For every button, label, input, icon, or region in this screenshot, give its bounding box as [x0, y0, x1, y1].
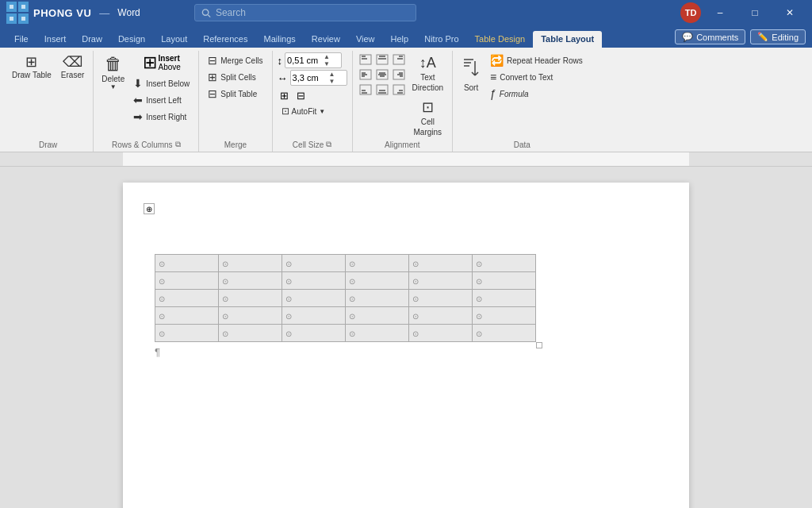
tab-review[interactable]: Review — [304, 31, 348, 48]
delete-button[interactable]: 🗑 Delete ▼ — [98, 52, 128, 92]
table-row: ⊙ ⊙ ⊙ ⊙ ⊙ ⊙ — [155, 325, 536, 342]
insert-right-button[interactable]: ➡ Insert Right — [129, 109, 193, 125]
col-width-input[interactable]: ▲ ▼ — [290, 70, 347, 86]
avatar[interactable]: TD — [680, 2, 701, 23]
row-height-up[interactable]: ▲ — [322, 53, 331, 60]
align-top-left-button[interactable] — [358, 52, 373, 67]
col-width-field[interactable] — [293, 73, 327, 83]
formula-button[interactable]: ƒ Formula — [486, 86, 587, 102]
table-cell[interactable]: ⊙ — [282, 290, 346, 307]
distribute-cols-button[interactable]: ⊟ — [294, 89, 308, 102]
text-direction-button[interactable]: ↕A Text Direction — [408, 52, 447, 94]
svg-rect-6 — [10, 17, 13, 21]
search-box[interactable] — [194, 4, 416, 21]
row-height-field[interactable] — [287, 56, 322, 65]
formula-icon: ƒ — [490, 87, 496, 100]
tab-layout[interactable]: Layout — [153, 31, 195, 48]
table-cell[interactable]: ⊙ — [473, 325, 536, 342]
table-cell[interactable]: ⊙ — [282, 272, 346, 290]
table-cell[interactable]: ⊙ — [409, 325, 473, 342]
comments-button[interactable]: 💬 Comments — [675, 29, 745, 44]
align-middle-left-button[interactable] — [358, 67, 373, 82]
tab-draw[interactable]: Draw — [74, 31, 110, 48]
tab-insert[interactable]: Insert — [36, 31, 75, 48]
tab-mailings[interactable]: Mailings — [255, 31, 303, 48]
maximize-button[interactable]: □ — [739, 0, 771, 25]
table-cell[interactable]: ⊙ — [473, 255, 536, 272]
align-top-center-button[interactable] — [374, 52, 390, 67]
align-middle-right-button[interactable] — [391, 67, 407, 82]
split-table-button[interactable]: ⊟ Split Table — [204, 86, 266, 102]
alignment-grid — [358, 52, 407, 97]
table-cell[interactable]: ⊙ — [346, 307, 409, 325]
cell-margins-button[interactable]: ⊡ Cell Margins — [408, 96, 447, 139]
rows-cols-expand-icon[interactable]: ⧉ — [175, 140, 181, 149]
align-bottom-left-button[interactable] — [358, 83, 373, 97]
table-cell[interactable]: ⊙ — [473, 272, 536, 290]
tab-file[interactable]: File — [6, 31, 36, 48]
table-cell[interactable]: ⊙ — [219, 325, 282, 342]
split-cells-button[interactable]: ⊞ Split Cells — [204, 69, 266, 85]
table-resize-handle[interactable] — [536, 342, 542, 348]
table-cell[interactable]: ⊙ — [282, 307, 346, 325]
table-cell[interactable]: ⊙ — [219, 290, 282, 307]
merge-cells-button[interactable]: ⊟ Merge Cells — [204, 52, 266, 68]
table-cell[interactable]: ⊙ — [155, 290, 219, 307]
autofit-button[interactable]: ⊡ AutoFit ▼ — [278, 104, 347, 118]
repeat-header-rows-button[interactable]: 🔁 Repeat Header Rows — [486, 52, 587, 68]
close-button[interactable]: ✕ — [774, 0, 806, 25]
table-cell[interactable]: ⊙ — [219, 272, 282, 290]
table-cell[interactable]: ⊙ — [346, 325, 409, 342]
editing-button[interactable]: ✏️ Editing — [750, 29, 806, 44]
autofit-dropdown-icon: ▼ — [319, 108, 325, 115]
table-cell[interactable]: ⊙ — [346, 290, 409, 307]
tab-table-design[interactable]: Table Design — [467, 31, 534, 48]
table-cell[interactable]: ⊙ — [219, 255, 282, 272]
col-width-up[interactable]: ▲ — [327, 71, 337, 78]
tab-help[interactable]: Help — [383, 31, 417, 48]
tab-design[interactable]: Design — [110, 31, 153, 48]
table-cell[interactable]: ⊙ — [219, 307, 282, 325]
align-bottom-center-icon — [376, 84, 389, 95]
table-cell[interactable]: ⊙ — [346, 255, 409, 272]
sort-button[interactable]: Sort — [458, 52, 485, 94]
row-height-down[interactable]: ▼ — [322, 60, 331, 67]
table-cell[interactable]: ⊙ — [282, 255, 346, 272]
tab-nitro-pro[interactable]: Nitro Pro — [416, 31, 466, 48]
align-middle-left-icon — [359, 69, 372, 80]
table-cell[interactable]: ⊙ — [473, 307, 536, 325]
table-row: ⊙ ⊙ ⊙ ⊙ ⊙ ⊙ — [155, 307, 536, 325]
insert-below-button[interactable]: ⬇ Insert Below — [129, 75, 193, 91]
draw-table-button[interactable]: ⊞ Draw Table — [8, 52, 56, 83]
table-cell[interactable]: ⊙ — [155, 272, 219, 290]
minimize-button[interactable]: – — [704, 0, 736, 25]
table-cell[interactable]: ⊙ — [409, 307, 473, 325]
table-cell[interactable]: ⊙ — [346, 272, 409, 290]
convert-to-text-button[interactable]: ≡ Convert to Text — [486, 69, 587, 85]
cell-size-expand-icon[interactable]: ⧉ — [326, 140, 331, 149]
table-cell[interactable]: ⊙ — [282, 325, 346, 342]
table-cell[interactable]: ⊙ — [409, 255, 473, 272]
align-bottom-right-icon — [393, 84, 405, 95]
table-cell[interactable]: ⊙ — [409, 290, 473, 307]
tab-view[interactable]: View — [348, 31, 383, 48]
align-middle-center-button[interactable] — [374, 67, 390, 82]
table-cell[interactable]: ⊙ — [409, 272, 473, 290]
table-cell[interactable]: ⊙ — [155, 255, 219, 272]
align-bottom-right-button[interactable] — [391, 83, 407, 97]
table-cell[interactable]: ⊙ — [473, 290, 536, 307]
col-width-down[interactable]: ▼ — [327, 78, 337, 85]
tab-references[interactable]: References — [195, 31, 255, 48]
tab-table-layout[interactable]: Table Layout — [533, 31, 602, 48]
sort-icon — [462, 55, 481, 82]
table-cell[interactable]: ⊙ — [155, 307, 219, 325]
align-top-right-button[interactable] — [391, 52, 407, 67]
align-bottom-center-button[interactable] — [374, 83, 390, 97]
search-input[interactable] — [216, 7, 409, 18]
table-move-handle[interactable]: ⊕ — [144, 203, 155, 214]
insert-left-button[interactable]: ⬅ Insert Left — [129, 92, 193, 108]
row-height-input[interactable]: ▲ ▼ — [285, 52, 342, 68]
table-cell[interactable]: ⊙ — [155, 325, 219, 342]
eraser-button[interactable]: ⌫ Eraser — [57, 52, 88, 83]
distribute-rows-button[interactable]: ⊞ — [278, 89, 291, 102]
